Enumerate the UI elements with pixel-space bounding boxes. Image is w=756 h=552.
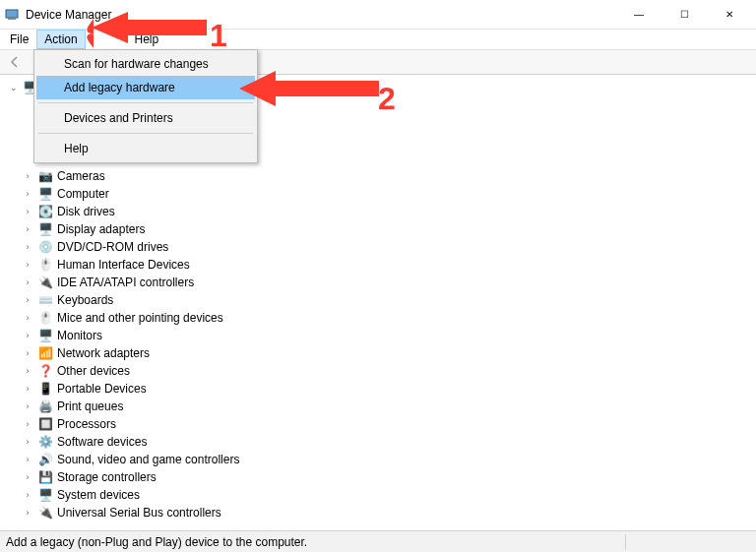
category-label: Computer bbox=[57, 187, 109, 201]
category-label: Cameras bbox=[57, 169, 105, 183]
tree-category[interactable]: ›🖨️Print queues bbox=[20, 398, 754, 415]
expand-icon[interactable]: › bbox=[22, 471, 33, 483]
back-button[interactable] bbox=[4, 51, 26, 73]
tree-category[interactable]: ›📷Cameras bbox=[20, 167, 754, 185]
category-label: Print queues bbox=[57, 399, 123, 413]
tree-category[interactable]: ›🖥️Display adapters bbox=[20, 220, 754, 238]
category-label: Keyboards bbox=[57, 293, 113, 307]
category-label: System devices bbox=[57, 488, 140, 502]
expand-icon[interactable]: › bbox=[22, 312, 33, 324]
svg-rect-0 bbox=[6, 10, 18, 18]
category-icon: ⌨️ bbox=[37, 292, 53, 308]
category-label: Other devices bbox=[57, 364, 130, 378]
expand-icon[interactable]: › bbox=[22, 507, 33, 519]
category-label: Processors bbox=[57, 417, 116, 431]
category-icon: 🖥️ bbox=[37, 186, 53, 202]
expand-icon[interactable]: › bbox=[22, 454, 33, 465]
statusbar-divider bbox=[625, 534, 626, 550]
menu-item-add-legacy-hardware[interactable]: Add legacy hardware bbox=[36, 76, 255, 99]
category-icon: 🖥️ bbox=[37, 328, 53, 343]
tree-category[interactable]: ›🖱️Mice and other pointing devices bbox=[20, 309, 754, 327]
expand-icon[interactable]: › bbox=[22, 436, 33, 448]
close-button[interactable]: ✕ bbox=[707, 0, 752, 30]
tree-category[interactable]: ›🖱️Human Interface Devices bbox=[20, 256, 754, 274]
menu-action[interactable]: Action bbox=[36, 30, 85, 49]
category-icon: 🔌 bbox=[37, 505, 53, 521]
tree-category[interactable]: ›🔌IDE ATA/ATAPI controllers bbox=[20, 274, 754, 291]
category-icon: 🖱️ bbox=[37, 257, 53, 273]
category-label: Storage controllers bbox=[57, 470, 157, 484]
tree-category[interactable]: ›⌨️Keyboards bbox=[20, 291, 754, 309]
category-icon: ❓ bbox=[37, 363, 53, 379]
category-icon: 🔊 bbox=[37, 452, 53, 467]
tree-category[interactable]: ›📱Portable Devices bbox=[20, 380, 754, 398]
maximize-button[interactable]: ☐ bbox=[662, 0, 707, 30]
category-icon: 🖥️ bbox=[37, 487, 53, 503]
window-titlebar: Device Manager — ☐ ✕ bbox=[0, 0, 756, 30]
category-label: Network adapters bbox=[57, 346, 150, 360]
expand-icon[interactable]: › bbox=[22, 365, 33, 377]
minimize-button[interactable]: — bbox=[616, 0, 662, 30]
tree-category[interactable]: ›📶Network adapters bbox=[20, 344, 754, 362]
category-icon: 🖱️ bbox=[37, 310, 53, 326]
collapse-icon[interactable]: ⌄ bbox=[8, 82, 20, 93]
expand-icon[interactable]: › bbox=[22, 170, 33, 182]
category-label: Mice and other pointing devices bbox=[57, 311, 223, 325]
expand-icon[interactable]: › bbox=[22, 188, 33, 200]
category-icon: 📷 bbox=[37, 168, 53, 184]
expand-icon[interactable]: › bbox=[22, 276, 33, 288]
menu-item-scan-for-hardware-changes[interactable]: Scan for hardware changes bbox=[36, 52, 255, 76]
expand-icon[interactable]: › bbox=[22, 383, 33, 395]
expand-icon[interactable]: › bbox=[22, 294, 33, 306]
tree-category[interactable]: ›🔊Sound, video and game controllers bbox=[20, 451, 754, 468]
expand-icon[interactable]: › bbox=[22, 206, 33, 217]
category-icon: ⚙️ bbox=[37, 434, 53, 450]
category-icon: 💽 bbox=[37, 204, 53, 219]
expand-icon[interactable]: › bbox=[22, 330, 33, 341]
tree-category[interactable]: ›🖥️Computer bbox=[20, 185, 754, 203]
category-icon: 📶 bbox=[37, 345, 53, 361]
tree-category[interactable]: ›🖥️System devices bbox=[20, 486, 754, 504]
tree-category[interactable]: ›🔌Universal Serial Bus controllers bbox=[20, 504, 754, 521]
expand-icon[interactable]: › bbox=[22, 259, 33, 271]
menu-file[interactable]: File bbox=[2, 30, 36, 49]
tree-category[interactable]: ›💿DVD/CD-ROM drives bbox=[20, 238, 754, 256]
tree-category[interactable]: ›🖥️Monitors bbox=[20, 327, 754, 344]
category-icon: 💾 bbox=[37, 469, 53, 485]
menu-item-devices-and-printers[interactable]: Devices and Printers bbox=[36, 106, 255, 130]
category-icon: 💿 bbox=[37, 239, 53, 255]
tree-category[interactable]: ›💾Storage controllers bbox=[20, 468, 754, 486]
menubar: File Action View Help bbox=[0, 30, 756, 49]
tree-category[interactable]: ›❓Other devices bbox=[20, 362, 754, 380]
category-label: Universal Serial Bus controllers bbox=[57, 506, 221, 520]
menu-separator bbox=[38, 133, 253, 134]
category-label: Sound, video and game controllers bbox=[57, 453, 239, 466]
category-label: Portable Devices bbox=[57, 382, 147, 396]
menu-item-help[interactable]: Help bbox=[36, 137, 255, 160]
window-title: Device Manager bbox=[26, 8, 111, 22]
category-label: Disk drives bbox=[57, 205, 115, 218]
expand-icon[interactable]: › bbox=[22, 400, 33, 412]
category-icon: 🖨️ bbox=[37, 399, 53, 414]
category-label: Human Interface Devices bbox=[57, 258, 190, 272]
expand-icon[interactable]: › bbox=[22, 489, 33, 501]
statusbar: Add a legacy (non-Plug and Play) device … bbox=[0, 530, 756, 552]
expand-icon[interactable]: › bbox=[22, 223, 33, 235]
tree-category[interactable]: ›🔲Processors bbox=[20, 415, 754, 433]
category-label: Display adapters bbox=[57, 222, 145, 236]
expand-icon[interactable]: › bbox=[22, 418, 33, 430]
category-icon: 📱 bbox=[37, 381, 53, 397]
expand-icon[interactable]: › bbox=[22, 241, 33, 253]
category-label: DVD/CD-ROM drives bbox=[57, 240, 168, 254]
svg-rect-1 bbox=[8, 18, 16, 20]
tree-category[interactable]: ›⚙️Software devices bbox=[20, 433, 754, 451]
category-icon: 🔌 bbox=[37, 275, 53, 290]
tree-category[interactable]: ›💽Disk drives bbox=[20, 203, 754, 220]
expand-icon[interactable]: › bbox=[22, 347, 33, 359]
menu-separator bbox=[38, 102, 253, 103]
category-label: IDE ATA/ATAPI controllers bbox=[57, 276, 194, 289]
category-label: Monitors bbox=[57, 329, 102, 342]
menu-help[interactable]: Help bbox=[127, 30, 167, 49]
action-menu-dropdown: Scan for hardware changesAdd legacy hard… bbox=[33, 49, 258, 163]
category-label: Software devices bbox=[57, 435, 147, 449]
